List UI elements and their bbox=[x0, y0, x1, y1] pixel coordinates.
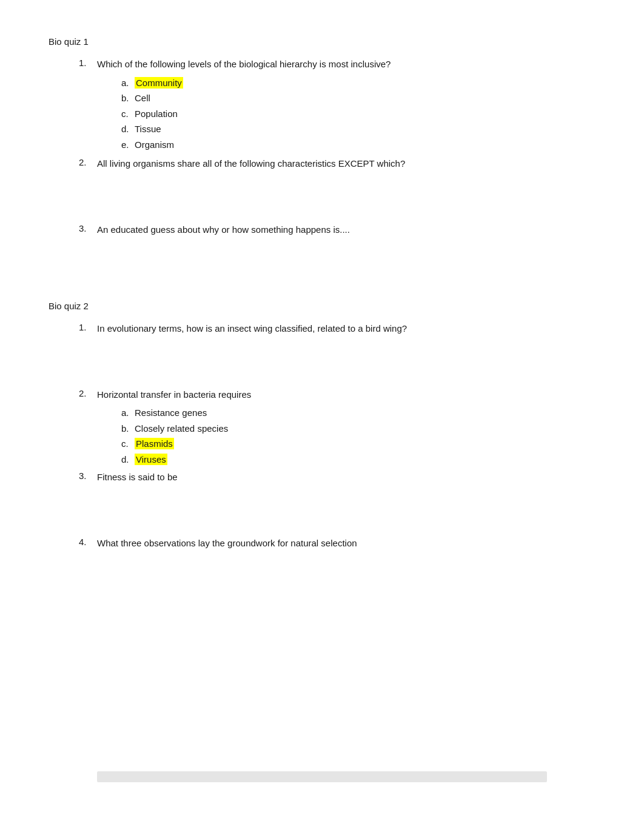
quiz1-question-3: 3. An educated guess about why or how so… bbox=[79, 223, 595, 237]
answer-a: a. Community bbox=[121, 75, 595, 91]
question-text: An educated guess about why or how somet… bbox=[97, 223, 595, 237]
answer-text: Organism bbox=[135, 139, 174, 150]
answer-text: Resistance genes bbox=[135, 407, 207, 418]
bio-quiz-2-section: Bio quiz 2 1. In evolutionary terms, how… bbox=[49, 301, 595, 550]
question-text: All living organisms share all of the fo… bbox=[97, 157, 595, 171]
answer-d: d. Viruses bbox=[121, 452, 595, 468]
question-text: Horizontal transfer in bacteria requires bbox=[97, 388, 595, 402]
bio-quiz-1-section: Bio quiz 1 1. Which of the following lev… bbox=[49, 36, 595, 236]
question-number: 2. bbox=[79, 157, 87, 167]
quiz1-title: Bio quiz 1 bbox=[49, 36, 595, 47]
question-text: In evolutionary terms, how is an insect … bbox=[97, 322, 595, 336]
answer-d: d. Tissue bbox=[121, 121, 595, 137]
question-number: 2. bbox=[79, 388, 87, 398]
answer-text: Community bbox=[135, 77, 183, 89]
answer-a: a. Resistance genes bbox=[121, 405, 595, 421]
answer-e: e. Organism bbox=[121, 137, 595, 153]
answer-text: Viruses bbox=[135, 454, 167, 465]
question-number: 1. bbox=[79, 322, 87, 332]
quiz2-question-1: 1. In evolutionary terms, how is an inse… bbox=[79, 322, 595, 336]
quiz2-question-2: 2. Horizontal transfer in bacteria requi… bbox=[79, 388, 595, 468]
answer-list: a. Resistance genes b. Closely related s… bbox=[97, 405, 595, 467]
footer-bar bbox=[97, 771, 547, 782]
answer-text: Cell bbox=[135, 93, 150, 103]
answer-c: c. Plasmids bbox=[121, 436, 595, 452]
question-text: Which of the following levels of the bio… bbox=[97, 58, 595, 72]
quiz1-question-2: 2. All living organisms share all of the… bbox=[79, 157, 595, 171]
quiz2-question-4: 4. What three observations lay the groun… bbox=[79, 537, 595, 551]
quiz1-question-1: 1. Which of the following levels of the … bbox=[79, 58, 595, 152]
answer-text: Closely related species bbox=[135, 423, 228, 434]
question-text: What three observations lay the groundwo… bbox=[97, 537, 595, 551]
answer-c: c. Population bbox=[121, 106, 595, 122]
question-number: 4. bbox=[79, 537, 87, 547]
question-text: Fitness is said to be bbox=[97, 471, 595, 485]
answer-b: b. Cell bbox=[121, 90, 595, 106]
answer-text: Plasmids bbox=[135, 438, 174, 449]
answer-text: Tissue bbox=[135, 124, 161, 134]
answer-b: b. Closely related species bbox=[121, 421, 595, 437]
question-number: 1. bbox=[79, 58, 87, 68]
answer-text: Population bbox=[135, 109, 178, 119]
question-number: 3. bbox=[79, 223, 87, 233]
quiz2-question-3: 3. Fitness is said to be bbox=[79, 471, 595, 485]
answer-list: a. Community b. Cell c. Population d. Ti… bbox=[97, 75, 595, 153]
question-number: 3. bbox=[79, 471, 87, 481]
quiz2-title: Bio quiz 2 bbox=[49, 301, 595, 311]
